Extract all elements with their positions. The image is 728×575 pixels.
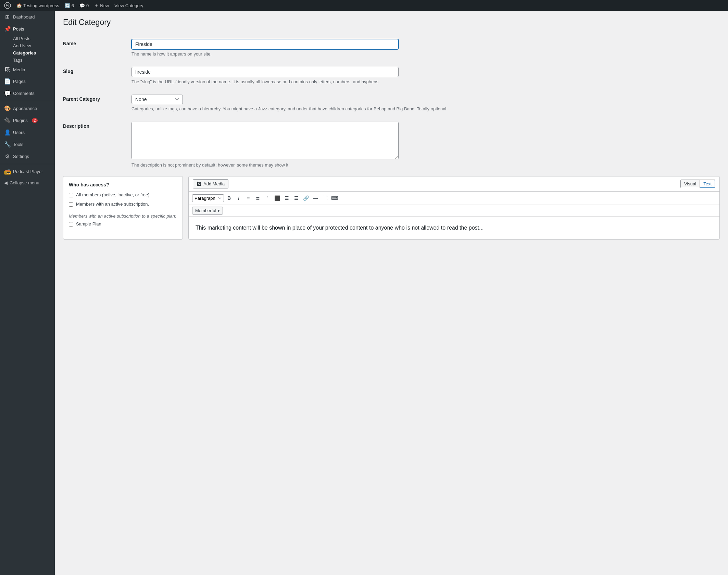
podcast-icon: 📻	[4, 168, 10, 175]
access-option-3-checkbox[interactable]	[69, 222, 73, 227]
view-category-item[interactable]: View Category	[114, 3, 143, 8]
slug-label: Slug	[63, 62, 131, 89]
name-input[interactable]	[131, 39, 399, 49]
parent-category-select[interactable]: None	[131, 95, 183, 104]
access-option-1-row: All members (active, inactive, or free).	[69, 192, 177, 197]
slug-row: Slug The "slug" is the URL-friendly vers…	[63, 62, 720, 89]
sidebar-item-settings[interactable]: ⚙ Settings	[0, 150, 55, 162]
sidebar-media-label: Media	[13, 67, 25, 72]
ordered-list-button[interactable]: ≣	[253, 194, 262, 203]
sidebar-sub-categories[interactable]: Categories	[0, 49, 55, 57]
slug-input[interactable]	[131, 67, 399, 77]
tab-visual[interactable]: Visual	[680, 180, 700, 188]
updates-count: 6	[72, 3, 74, 8]
more-button[interactable]: —	[311, 194, 320, 203]
parent-category-help: Categories, unlike tags, can have a hier…	[131, 106, 720, 111]
view-tabs: Visual Text	[680, 180, 715, 188]
sidebar-divider-2	[0, 164, 55, 164]
sidebar-posts-label: Posts	[13, 26, 24, 32]
sidebar-collapse-menu[interactable]: ◀ Collapse menu	[0, 178, 55, 188]
comments-icon: 💬	[79, 3, 85, 8]
sidebar-users-label: Users	[13, 130, 25, 135]
bold-button[interactable]: B	[225, 194, 234, 203]
comments-sidebar-icon: 💬	[4, 90, 10, 97]
access-option-3-label: Sample Plan	[76, 221, 101, 227]
parent-category-row: Parent Category None Categories, unlike …	[63, 89, 720, 117]
sidebar-sub-add-new[interactable]: Add New	[0, 42, 55, 49]
access-option-2-checkbox[interactable]	[69, 202, 73, 207]
keyboard-button[interactable]: ⌨	[330, 194, 339, 203]
tools-icon: 🔧	[4, 141, 10, 148]
description-textarea[interactable]	[131, 122, 399, 159]
name-label: Name	[63, 34, 131, 62]
new-item[interactable]: ＋ New	[94, 2, 109, 9]
add-media-icon: 🖼	[197, 181, 202, 187]
sidebar-item-media[interactable]: 🖼 Media	[0, 64, 55, 75]
sidebar-pages-label: Pages	[13, 79, 26, 84]
sidebar-plugins-label: Plugins	[13, 118, 28, 123]
wp-logo-icon: W	[4, 2, 11, 9]
sidebar-item-dashboard[interactable]: ⊞ Dashboard	[0, 11, 55, 23]
sidebar-sub-all-posts[interactable]: All Posts	[0, 35, 55, 42]
access-option-1-checkbox[interactable]	[69, 193, 73, 197]
editor-text: This marketing content will be shown in …	[196, 223, 713, 232]
link-button[interactable]: 🔗	[301, 194, 310, 203]
plugins-icon: 🔌	[4, 117, 10, 124]
name-help: The name is how it appears on your site.	[131, 51, 720, 57]
name-row: Name The name is how it appears on your …	[63, 34, 720, 62]
sidebar-comments-label: Comments	[13, 91, 35, 96]
slug-field-cell: The "slug" is the URL-friendly version o…	[131, 62, 720, 89]
align-center-button[interactable]: ☰	[282, 194, 291, 203]
blockquote-button[interactable]: "	[263, 194, 272, 203]
sidebar-appearance-label: Appearance	[13, 106, 37, 111]
sidebar-item-podcast-player[interactable]: 📻 Podcast Player	[0, 166, 55, 178]
sidebar-item-tools[interactable]: 🔧 Tools	[0, 138, 55, 150]
paragraph-select[interactable]: Paragraph	[192, 194, 224, 202]
sidebar-item-pages[interactable]: 📄 Pages	[0, 75, 55, 87]
add-media-button[interactable]: 🖼 Add Media	[193, 179, 228, 188]
edit-category-form: Name The name is how it appears on your …	[63, 34, 720, 173]
media-icon: 🖼	[4, 66, 10, 73]
comments-count: 0	[86, 3, 89, 8]
access-title: Who has access?	[69, 182, 177, 187]
align-right-button[interactable]: ☰	[292, 194, 301, 203]
editor-content[interactable]: This marketing content will be shown in …	[189, 217, 719, 239]
main-content: Edit Category Name The name is how it ap…	[55, 11, 728, 575]
appearance-icon: 🎨	[4, 105, 10, 112]
view-category-label: View Category	[114, 3, 143, 8]
memberful-label: Memberful	[195, 208, 216, 213]
italic-button[interactable]: I	[234, 194, 243, 203]
editor-box: 🖼 Add Media Visual Text	[188, 176, 720, 240]
access-option-2-row: Members with an active subscription.	[69, 201, 177, 207]
sidebar-item-posts[interactable]: 📌 Posts	[0, 23, 55, 35]
sidebar: ⊞ Dashboard 📌 Posts All Posts Add New Ca…	[0, 11, 55, 575]
users-icon: 👤	[4, 129, 10, 136]
new-label: New	[100, 3, 109, 8]
site-name-item[interactable]: 🏠 Testing wordpress	[16, 3, 59, 8]
name-field-cell: The name is how it appears on your site.	[131, 34, 720, 62]
parent-category-field-cell: None Categories, unlike tags, can have a…	[131, 89, 720, 117]
sidebar-sub-tags[interactable]: Tags	[0, 57, 55, 64]
sidebar-item-appearance[interactable]: 🎨 Appearance	[0, 102, 55, 114]
memberful-button[interactable]: Memberful ▾	[192, 207, 223, 215]
fullscreen-button[interactable]: ⛶	[321, 194, 329, 203]
description-help: The description is not prominent by defa…	[131, 162, 720, 168]
wp-logo-item[interactable]: W	[4, 2, 11, 9]
collapse-icon: ◀	[4, 180, 8, 185]
tab-text[interactable]: Text	[700, 180, 715, 188]
unordered-list-button[interactable]: ≡	[244, 194, 253, 203]
sidebar-item-users[interactable]: 👤 Users	[0, 126, 55, 138]
editor-toolbar-2: Memberful ▾	[189, 205, 719, 217]
plus-icon: ＋	[94, 2, 99, 9]
align-left-button[interactable]: ⬛	[273, 194, 281, 203]
dashboard-icon: ⊞	[4, 14, 10, 20]
editor-header: 🖼 Add Media Visual Text	[189, 176, 719, 192]
sidebar-item-comments[interactable]: 💬 Comments	[0, 87, 55, 99]
comments-item[interactable]: 💬 0	[79, 3, 89, 8]
description-field-cell: The description is not prominent by defa…	[131, 117, 720, 173]
sidebar-dashboard-label: Dashboard	[13, 14, 35, 20]
description-label: Description	[63, 117, 131, 173]
sidebar-item-plugins[interactable]: 🔌 Plugins 2	[0, 114, 55, 126]
updates-item[interactable]: 🔄 6	[65, 3, 74, 8]
description-row: Description The description is not promi…	[63, 117, 720, 173]
